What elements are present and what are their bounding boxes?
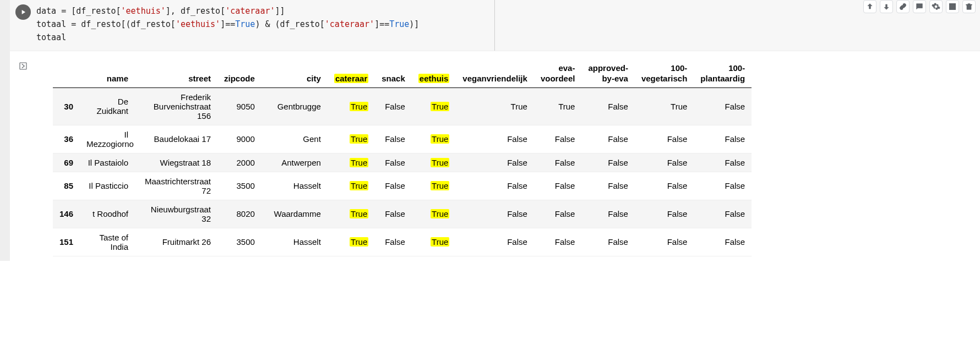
table-cell: Waardamme xyxy=(262,200,328,228)
table-cell: True xyxy=(412,228,456,256)
table-cell: Il Mezzogiorno xyxy=(80,125,135,153)
svg-rect-2 xyxy=(20,63,26,69)
add-comment-button[interactable] xyxy=(913,0,926,13)
row-index: 36 xyxy=(53,125,80,153)
table-cell: False xyxy=(375,228,412,256)
run-cell-button[interactable] xyxy=(15,4,31,20)
table-cell: False xyxy=(694,153,752,172)
table-cell: False xyxy=(375,87,412,125)
dataframe-table: name street zipcode city cateraar snack … xyxy=(53,60,752,256)
table-cell: Antwerpen xyxy=(262,153,328,172)
table-cell: False xyxy=(581,228,635,256)
table-cell: False xyxy=(635,125,694,153)
table-cell: False xyxy=(581,87,635,125)
table-cell: False xyxy=(534,200,582,228)
table-cell: Frederik Burvenichstraat 156 xyxy=(135,87,217,125)
table-cell: Taste of India xyxy=(80,228,135,256)
table-cell: True xyxy=(534,87,582,125)
col-index xyxy=(53,60,80,87)
col-zipcode: zipcode xyxy=(217,60,262,87)
table-cell: False xyxy=(581,153,635,172)
table-cell: True xyxy=(412,153,456,172)
table-cell: False xyxy=(694,87,752,125)
table-row: 146t RoodhofNieuwburgstraat 328020Waarda… xyxy=(53,200,752,228)
table-cell: True xyxy=(412,125,456,153)
table-cell: True xyxy=(412,172,456,200)
table-cell: 3500 xyxy=(217,228,262,256)
table-cell: True xyxy=(328,172,375,200)
col-name: name xyxy=(80,60,135,87)
table-cell: False xyxy=(534,172,582,200)
table-cell: Fruitmarkt 26 xyxy=(135,228,217,256)
table-row: 30De ZuidkantFrederik Burvenichstraat 15… xyxy=(53,87,752,125)
table-cell: 9050 xyxy=(217,87,262,125)
table-cell: False xyxy=(694,172,752,200)
table-cell: False xyxy=(375,153,412,172)
dataframe-output[interactable]: name street zipcode city cateraar snack … xyxy=(36,51,980,261)
col-approved-by-eva: approved-by-eva xyxy=(581,60,635,87)
col-cateraar: cateraar xyxy=(328,60,375,87)
table-cell: Hasselt xyxy=(262,172,328,200)
table-cell: Il Pastaiolo xyxy=(80,153,135,172)
table-cell: Maastrichterstraat 72 xyxy=(135,172,217,200)
col-snack: snack xyxy=(375,60,412,87)
table-cell: De Zuidkant xyxy=(80,87,135,125)
col-city: city xyxy=(262,60,328,87)
table-cell: True xyxy=(456,87,534,125)
table-cell: True xyxy=(328,87,375,125)
table-cell: True xyxy=(412,87,456,125)
table-cell: Nieuwburgstraat 32 xyxy=(135,200,217,228)
move-cell-up-button[interactable] xyxy=(863,0,876,13)
table-cell: False xyxy=(694,228,752,256)
delete-cell-button[interactable] xyxy=(962,0,976,13)
cell-toolbar xyxy=(863,0,976,13)
code-input-area[interactable]: data = [df_resto['eethuis'], df_resto['c… xyxy=(10,0,980,51)
table-cell: False xyxy=(694,125,752,153)
svg-rect-1 xyxy=(953,4,956,10)
row-index: 30 xyxy=(53,87,80,125)
output-indicator-icon[interactable] xyxy=(18,61,28,73)
table-cell: False xyxy=(456,125,534,153)
svg-rect-0 xyxy=(950,4,952,10)
output-area: name street zipcode city cateraar snack … xyxy=(10,51,980,261)
table-cell: False xyxy=(456,153,534,172)
col-eva-voordeel: eva-voordeel xyxy=(534,60,582,87)
table-cell: Gentbrugge xyxy=(262,87,328,125)
table-cell: 9000 xyxy=(217,125,262,153)
table-cell: Gent xyxy=(262,125,328,153)
link-cell-button[interactable] xyxy=(896,0,910,13)
table-row: 69Il PastaioloWiegstraat 182000Antwerpen… xyxy=(53,153,752,172)
col-eethuis: eethuis xyxy=(412,60,456,87)
table-cell: False xyxy=(694,200,752,228)
table-cell: False xyxy=(375,172,412,200)
table-cell: False xyxy=(635,228,694,256)
table-row: 151Taste of IndiaFruitmarkt 263500Hassel… xyxy=(53,228,752,256)
table-cell: Il Pasticcio xyxy=(80,172,135,200)
table-cell: True xyxy=(328,200,375,228)
table-row: 36Il MezzogiornoBaudelokaai 179000GentTr… xyxy=(53,125,752,153)
table-cell: 2000 xyxy=(217,153,262,172)
table-cell: False xyxy=(534,153,582,172)
table-cell: True xyxy=(328,153,375,172)
cell-settings-button[interactable] xyxy=(929,0,943,13)
row-index: 85 xyxy=(53,172,80,200)
table-cell: False xyxy=(534,125,582,153)
col-veganvriendelijk: veganvriendelijk xyxy=(456,60,534,87)
table-header-row: name street zipcode city cateraar snack … xyxy=(53,60,752,87)
table-cell: False xyxy=(581,200,635,228)
table-cell: False xyxy=(456,200,534,228)
code-editor[interactable]: data = [df_resto['eethuis'], df_resto['c… xyxy=(36,2,980,44)
table-cell: 3500 xyxy=(217,172,262,200)
table-cell: False xyxy=(375,125,412,153)
cell-gutter xyxy=(0,0,10,261)
row-index: 151 xyxy=(53,228,80,256)
move-cell-down-button[interactable] xyxy=(880,0,893,13)
mirror-cell-button[interactable] xyxy=(946,0,959,13)
table-cell: 8020 xyxy=(217,200,262,228)
table-cell: t Roodhof xyxy=(80,200,135,228)
table-cell: False xyxy=(635,153,694,172)
table-cell: False xyxy=(581,125,635,153)
table-cell: True xyxy=(328,125,375,153)
notebook-cell: data = [df_resto['eethuis'], df_resto['c… xyxy=(0,0,980,261)
table-cell: False xyxy=(456,228,534,256)
